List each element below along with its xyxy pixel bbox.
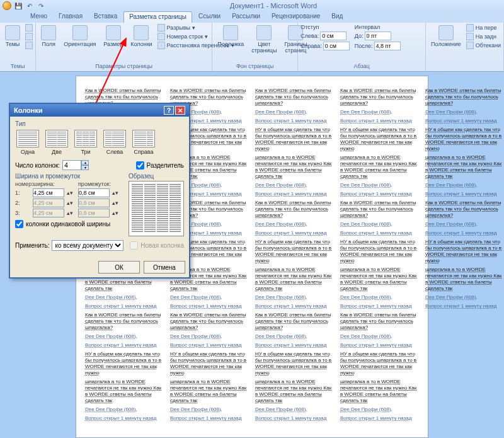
orientation-label: Ориентация	[64, 42, 96, 48]
margins-button[interactable]: Поля	[38, 24, 59, 49]
num-cols-input[interactable]	[62, 160, 81, 170]
width-gap-grid: номер: ширина: промежуток: 1: ▴▾ ▴▾ 2: ▴…	[15, 181, 122, 217]
preview-label: Образец	[129, 173, 184, 180]
undo-icon[interactable]: ↶	[25, 1, 34, 10]
text-wrap-button[interactable]: Обтекани	[466, 42, 501, 49]
spacing-after-input[interactable]	[374, 42, 401, 50]
tab-view[interactable]: Вид	[326, 11, 348, 23]
tab-insert[interactable]: Вставка	[89, 11, 122, 23]
tab-review[interactable]: Рецензирование	[266, 11, 325, 23]
text-wrap-icon	[466, 42, 474, 49]
indent-header: Отступ	[301, 24, 350, 30]
equal-width-input[interactable]	[15, 220, 23, 228]
equal-width-label: колонки одинаковой ширины	[26, 221, 110, 228]
themes-button[interactable]: Темы	[3, 24, 23, 49]
dialog-title: Колонки	[14, 107, 43, 114]
row2-num: 2:	[15, 200, 30, 206]
titlebar: 💾 ↶ ↷ Документ1 - Microsoft Word	[0, 0, 504, 11]
type-three[interactable]: Три	[73, 129, 98, 156]
size-label: Размер	[103, 42, 123, 48]
size-icon	[106, 25, 121, 40]
type-right[interactable]: Справа	[131, 129, 156, 156]
redo-icon[interactable]: ↷	[37, 1, 45, 10]
cancel-button[interactable]: Отмена	[144, 261, 185, 274]
themes-label: Темы	[6, 42, 20, 48]
divider-label: Разделитель	[147, 162, 184, 169]
spacing-before-label: До:	[355, 33, 364, 39]
theme-effects-icon[interactable]	[25, 42, 33, 49]
page-color-button[interactable]: Цвет страницы	[249, 24, 279, 55]
page-color-label: Цвет страницы	[251, 42, 277, 54]
type-two[interactable]: Две	[44, 129, 69, 156]
orientation-icon	[72, 25, 88, 40]
ok-button[interactable]: ОК	[98, 261, 140, 274]
themes-icon	[5, 25, 20, 40]
num-cols-down[interactable]: ▾	[81, 165, 89, 170]
type-one[interactable]: Одна	[15, 129, 40, 156]
dialog-close-button[interactable]: ✕	[175, 106, 185, 115]
office-button[interactable]	[3, 1, 11, 10]
line-numbers-icon	[158, 33, 165, 40]
row1-width[interactable]	[33, 188, 64, 197]
quick-access-toolbar: 💾 ↶ ↷	[3, 1, 45, 10]
tab-home[interactable]: Главная	[54, 11, 88, 23]
ribbon-tabs: Меню Главная Вставка Разметка страницы С…	[0, 11, 504, 23]
indent-right-input[interactable]	[323, 42, 350, 50]
hdr-num: номер:	[15, 181, 30, 187]
group-arrange-label	[428, 69, 501, 70]
hyphenation-icon	[158, 42, 165, 49]
save-icon[interactable]: 💾	[14, 1, 23, 10]
tab-mailings[interactable]: Рассылки	[227, 11, 265, 23]
watermark-button[interactable]: Подложка	[215, 24, 246, 49]
breaks-label: Разрывы	[167, 25, 190, 31]
margins-icon	[41, 25, 56, 40]
size-button[interactable]: Размер	[101, 24, 125, 49]
type-left[interactable]: Слева	[102, 129, 127, 156]
dialog-help-button[interactable]: ?	[164, 106, 174, 115]
group-pagesetup-label: Параметры страницы	[38, 62, 209, 70]
type-three-label: Три	[81, 149, 90, 155]
send-behind-button[interactable]: На задн	[466, 33, 501, 40]
line-numbers-label: Номера строк	[167, 33, 203, 40]
bring-front-button[interactable]: На пере	[466, 24, 501, 32]
columns-label: Колонки	[130, 42, 152, 48]
divider-checkbox-input[interactable]	[136, 161, 144, 170]
columns-icon	[134, 25, 149, 40]
margins-label: Поля	[42, 42, 55, 48]
orientation-button[interactable]: Ориентация	[61, 24, 98, 49]
new-column-input	[130, 241, 138, 250]
tab-page-layout[interactable]: Разметка страницы	[123, 11, 192, 23]
new-column-label: Новая колонка	[140, 242, 184, 249]
window-title: Документ1 - Microsoft Word	[45, 2, 501, 9]
send-behind-label: На задн	[476, 33, 496, 40]
group-paragraph-label: Абзац	[301, 62, 423, 70]
group-themes-label: Темы	[3, 62, 33, 70]
preview-box	[129, 181, 184, 236]
watermark-icon	[223, 25, 238, 40]
spacing-after-label: После:	[355, 43, 373, 49]
indent-left-input[interactable]	[320, 32, 346, 40]
row1-gap[interactable]	[78, 188, 110, 197]
apply-to-select[interactable]: ко всему документу	[52, 240, 123, 251]
divider-checkbox[interactable]: Разделитель	[136, 161, 184, 170]
theme-colors-icon[interactable]	[25, 24, 33, 32]
row2-gap	[78, 199, 110, 207]
row3-num: 3:	[15, 210, 30, 216]
dialog-titlebar[interactable]: Колонки ? ✕	[10, 104, 189, 117]
tab-menu[interactable]: Меню	[25, 11, 52, 23]
tab-references[interactable]: Ссылки	[193, 11, 226, 23]
row2-width	[33, 199, 64, 207]
row3-gap	[78, 209, 110, 217]
type-one-label: Одна	[21, 149, 35, 155]
num-cols-up[interactable]: ▴	[81, 160, 89, 165]
spacing-before-input[interactable]	[365, 32, 391, 40]
bring-front-icon	[466, 24, 474, 32]
theme-fonts-icon[interactable]	[25, 33, 33, 40]
position-label: Положение	[431, 42, 461, 48]
position-button[interactable]: Положение	[428, 24, 464, 49]
new-column-checkbox: Новая колонка	[130, 241, 184, 250]
send-behind-icon	[466, 33, 474, 40]
columns-dialog: Колонки ? ✕ Тип Одна Две Три Слева Справ…	[9, 103, 190, 279]
columns-button[interactable]: Колонки	[128, 24, 154, 49]
equal-width-checkbox[interactable]: колонки одинаковой ширины	[15, 220, 122, 228]
